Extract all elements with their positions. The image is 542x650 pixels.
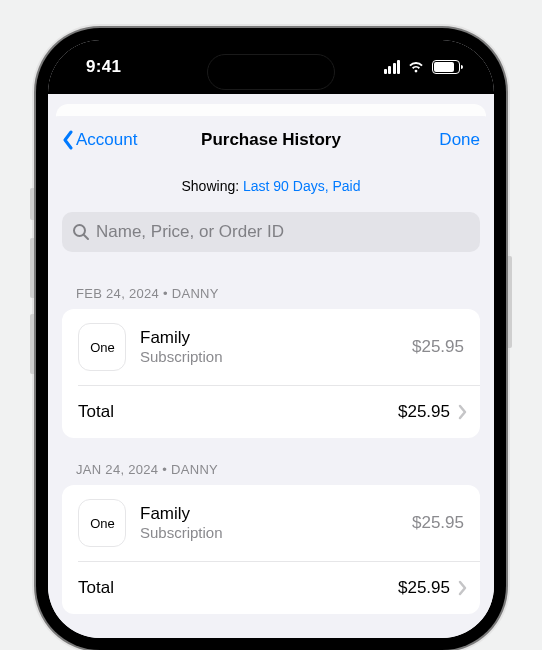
purchase-card: One Family Subscription $25.95 Total $25… (62, 485, 480, 614)
purchase-card: One Family Subscription $25.95 Total $25… (62, 309, 480, 438)
battery-icon (432, 60, 460, 74)
cellular-icon (384, 60, 401, 74)
status-time: 9:41 (86, 57, 121, 77)
wifi-icon (407, 60, 425, 74)
search-input[interactable] (96, 222, 470, 242)
item-price: $25.95 (412, 513, 464, 533)
chevron-left-icon (62, 130, 74, 150)
app-icon: One (78, 323, 126, 371)
status-icons (384, 60, 461, 74)
total-label: Total (78, 402, 390, 422)
back-label: Account (76, 130, 137, 150)
total-label: Total (78, 578, 390, 598)
item-subtitle: Subscription (140, 524, 398, 543)
item-subtitle: Subscription (140, 348, 398, 367)
purchase-item[interactable]: One Family Subscription $25.95 (62, 309, 480, 385)
nav-bar: Account Purchase History Done (48, 116, 494, 164)
total-row[interactable]: Total $25.95 (62, 386, 480, 438)
item-title: Family (140, 327, 398, 348)
app-icon: One (78, 499, 126, 547)
total-value: $25.95 (398, 578, 450, 598)
status-bar: 9:41 (48, 40, 494, 94)
filter-prefix: Showing: (182, 178, 243, 194)
total-value: $25.95 (398, 402, 450, 422)
item-price: $25.95 (412, 337, 464, 357)
back-button[interactable]: Account (62, 130, 137, 150)
svg-line-1 (84, 235, 88, 239)
chevron-right-icon (458, 580, 468, 596)
search-icon (72, 223, 90, 241)
filter-row: Showing: Last 90 Days, Paid (48, 164, 494, 212)
purchase-item[interactable]: One Family Subscription $25.95 (62, 485, 480, 561)
filter-link[interactable]: Last 90 Days, Paid (243, 178, 361, 194)
search-field[interactable] (62, 212, 480, 252)
app-icon-text: One (90, 340, 115, 355)
app-icon-text: One (90, 516, 115, 531)
done-button[interactable]: Done (439, 130, 480, 150)
item-title: Family (140, 503, 398, 524)
section-header: JAN 24, 2024 • Danny (48, 438, 494, 485)
dynamic-island (207, 54, 335, 90)
chevron-right-icon (458, 404, 468, 420)
purchase-history-sheet: Account Purchase History Done Showing: L… (48, 116, 494, 638)
total-row[interactable]: Total $25.95 (62, 562, 480, 614)
section-header: FEB 24, 2024 • Danny (48, 262, 494, 309)
